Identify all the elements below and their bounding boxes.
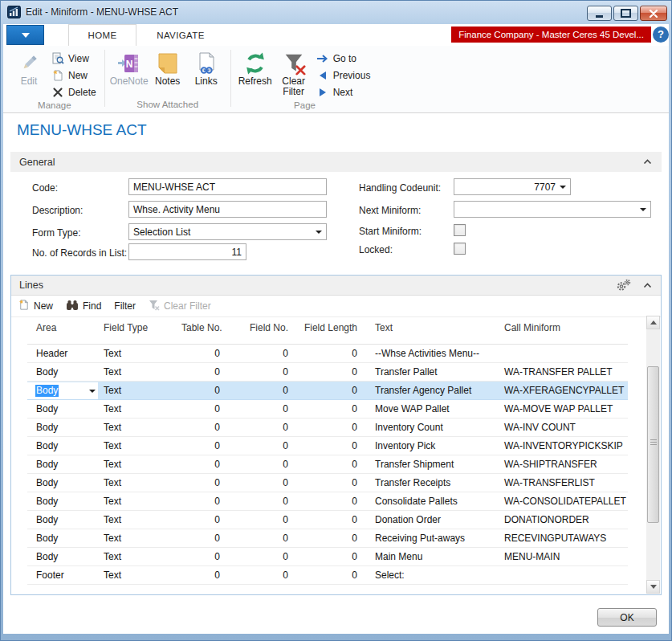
cell-field-no: 0	[226, 474, 295, 492]
form-type-label: Form Type:	[32, 227, 80, 239]
cell-field-length: 0	[295, 455, 364, 473]
maximize-button[interactable]	[613, 6, 638, 21]
cell-area: Body	[27, 455, 98, 473]
previous-button[interactable]: Previous	[313, 67, 374, 84]
scroll-down-button[interactable]	[646, 580, 660, 594]
area-combobox[interactable]: Body	[27, 382, 98, 399]
cell-table-no: 0	[181, 511, 226, 529]
table-row[interactable]: BodyText000Receiving Put-awaysRECEVINGPU…	[27, 529, 628, 548]
titlebar[interactable]: Edit - Miniform - MENU-WHSE ACT	[0, 0, 672, 24]
cell-field-length: 0	[295, 548, 364, 565]
lines-section-header[interactable]: Lines	[11, 276, 661, 296]
handling-codeunit-combobox[interactable]: 7707	[454, 178, 571, 195]
column-header-text[interactable]: Text	[364, 317, 503, 344]
previous-arrow-icon	[316, 71, 329, 80]
table-row[interactable]: BodyText000Move WAP PalletWA-MOVE WAP PA…	[27, 400, 628, 418]
binoculars-icon	[66, 300, 79, 313]
cell-field-no: 0	[226, 418, 295, 436]
window-controls	[587, 6, 667, 21]
column-header-field-no[interactable]: Field No.	[226, 317, 295, 344]
cell-field-type: Text	[98, 474, 181, 492]
handling-codeunit-value: 7707	[454, 182, 560, 193]
table-row[interactable]: FooterText000Select:	[27, 566, 628, 585]
ribbon-tab-strip: HOME NAVIGATE Finance Company - Master C…	[3, 24, 669, 46]
cell-text: Consolidate Pallets	[364, 492, 503, 510]
collapse-chevron-icon[interactable]	[643, 159, 652, 165]
next-miniform-combobox[interactable]	[454, 201, 651, 218]
clear-filter-button[interactable]: Clear Filter	[275, 49, 313, 97]
cell-call-miniform: WA-CONSOLIDATEPALLET	[503, 492, 628, 510]
view-button[interactable]: View	[48, 51, 100, 67]
cell-field-type: Text	[98, 363, 181, 381]
vertical-scrollbar[interactable]	[646, 316, 660, 594]
delete-button[interactable]: Delete	[48, 84, 100, 100]
lines-find-label: Find	[83, 300, 101, 312]
general-section-header[interactable]: General	[10, 152, 662, 172]
refresh-icon	[243, 51, 267, 76]
tab-home[interactable]: HOME	[68, 24, 136, 46]
table-row[interactable]: BodyText000Transfer ReceiptsWA-TRANSFERL…	[27, 474, 628, 492]
company-badge[interactable]: Finance Company - Master Ceres 45 Devel.…	[451, 27, 651, 43]
help-icon[interactable]: ?	[653, 27, 669, 43]
group-label-page: Page	[236, 100, 374, 113]
locked-checkbox[interactable]	[454, 243, 466, 255]
column-header-field-type[interactable]: Field Type	[98, 317, 181, 344]
table-row[interactable]: BodyText000Consolidate PalletsWA-CONSOLI…	[27, 492, 628, 511]
column-header-call-miniform[interactable]: Call Miniform	[503, 317, 628, 344]
ok-button[interactable]: OK	[597, 608, 657, 627]
cell-text: Inventory Pick	[364, 437, 503, 455]
cell-call-miniform	[503, 345, 628, 362]
collapse-chevron-icon[interactable]	[643, 283, 652, 288]
table-row[interactable]: BodyText000Main MenuMENU-MAIN	[27, 548, 628, 566]
cell-field-type: Text	[98, 345, 181, 362]
table-row[interactable]: BodyText000Transfer PalletWA-TRANSFER PA…	[27, 363, 628, 382]
column-header-area[interactable]: Area	[27, 317, 98, 344]
locked-label: Locked:	[359, 244, 393, 255]
table-row[interactable]: BodyText000Inventory PickWA-INVENTORYPIC…	[27, 437, 628, 455]
scroll-up-button[interactable]	[646, 316, 660, 329]
lines-find-button[interactable]: Find	[66, 300, 101, 313]
cell-area: Body	[27, 400, 98, 418]
description-input[interactable]	[128, 201, 327, 218]
table-row[interactable]: HeaderText000--Whse Activities Menu--	[27, 345, 628, 363]
scrollbar-thumb[interactable]	[647, 366, 659, 523]
group-label-manage: Manage	[10, 100, 100, 113]
goto-button[interactable]: Go to	[313, 51, 374, 67]
no-of-records-input[interactable]	[128, 243, 246, 260]
table-row[interactable]: BodyText000Transfer Agency PalletWA-XFER…	[27, 382, 628, 400]
edit-button[interactable]: Edit	[10, 49, 48, 87]
table-row[interactable]: BodyText000Transfer ShipmentWA-SHIPTRANS…	[27, 455, 628, 474]
cell-area: Body	[27, 492, 98, 510]
notes-button[interactable]: Notes	[149, 49, 187, 87]
cell-text: Select:	[364, 566, 503, 584]
onenote-button[interactable]: N OneNote	[110, 49, 149, 87]
form-type-combobox[interactable]: Selection List	[128, 223, 327, 240]
chevron-down-icon	[560, 186, 566, 189]
new-button[interactable]: New	[48, 67, 100, 84]
lines-filter-button[interactable]: Filter	[114, 300, 136, 312]
refresh-button[interactable]: Refresh	[236, 49, 275, 87]
view-label: View	[68, 53, 89, 64]
links-button[interactable]: Links	[187, 49, 226, 87]
next-button[interactable]: Next	[313, 84, 374, 100]
table-row[interactable]: BodyText000Inventory CountWA-INV COUNT	[27, 418, 628, 437]
cell-field-no: 0	[226, 455, 295, 473]
lines-clear-filter-button[interactable]: Clear Filter	[149, 300, 211, 313]
settings-gears-icon[interactable]	[616, 279, 632, 292]
chevron-down-icon[interactable]	[89, 390, 96, 393]
cell-text: Transfer Shipment	[364, 455, 503, 473]
code-input[interactable]	[128, 178, 327, 195]
column-header-field-length[interactable]: Field Length	[295, 317, 364, 344]
minimize-button[interactable]	[587, 6, 612, 21]
table-row[interactable]: BodyText000Donation OrderDONATIONORDER	[27, 511, 628, 529]
start-miniform-checkbox[interactable]	[454, 224, 466, 236]
lines-new-button[interactable]: New	[18, 299, 53, 313]
column-header-table-no[interactable]: Table No.	[181, 317, 226, 344]
close-button[interactable]	[640, 6, 667, 21]
application-menu-button[interactable]	[6, 25, 44, 45]
tab-navigate[interactable]: NAVIGATE	[136, 25, 225, 46]
next-label: Next	[333, 87, 353, 98]
maximize-icon	[621, 9, 631, 18]
cell-table-no: 0	[181, 345, 226, 362]
new-document-icon	[51, 69, 64, 82]
